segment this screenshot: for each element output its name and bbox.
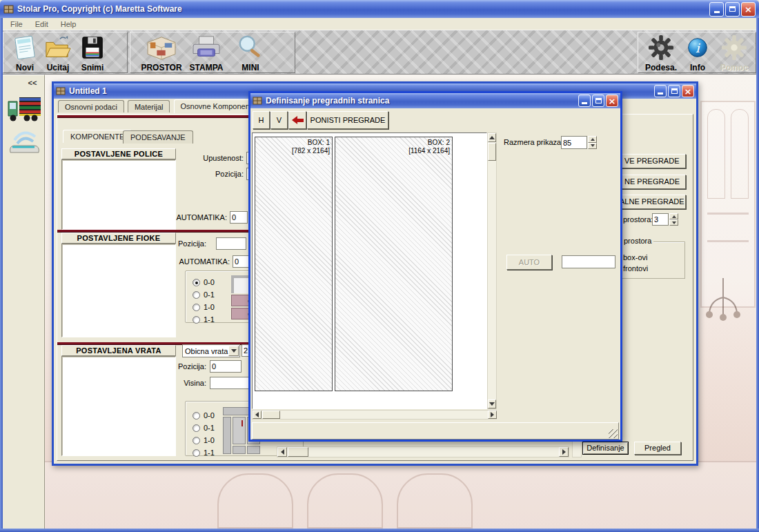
auto-button[interactable]: AUTO <box>506 255 552 270</box>
scroll-left-button[interactable] <box>253 411 262 419</box>
tab-materijal[interactable]: Materijal <box>128 100 170 112</box>
prostora-spinner[interactable] <box>669 213 678 226</box>
truck-icon[interactable] <box>6 92 42 125</box>
partition-canvas[interactable]: BOX: 1[782 x 2164] BOX: 2[1164 x 2164] <box>252 132 487 409</box>
kitchen-decor-door-1 <box>217 473 293 529</box>
box-1[interactable]: BOX: 1[782 x 2164] <box>255 137 333 391</box>
horizontal-split-button[interactable]: H <box>253 111 270 129</box>
ponisti-pregrade-button[interactable]: PONISTI PREGRADE <box>307 111 388 129</box>
pregled-button[interactable]: Pregled <box>634 442 681 455</box>
razmera-field[interactable] <box>561 136 587 149</box>
vrata-radio-0-0[interactable]: 0-0 <box>193 411 215 420</box>
stampa-button[interactable]: STAMPA <box>186 35 227 72</box>
window-border-left <box>0 18 3 532</box>
info-button[interactable]: i Info <box>682 35 713 72</box>
scanner-icon[interactable] <box>6 126 42 159</box>
panel-horizontal-scrollbar[interactable] <box>277 446 569 457</box>
canvas-vertical-scrollbar[interactable] <box>487 132 497 409</box>
vrata-pozicija-label: Pozicija: <box>124 362 206 371</box>
ucitaj-button[interactable]: Ucitaj <box>42 35 74 72</box>
kitchen-decor-chandelier <box>699 278 747 340</box>
scroll-down-button[interactable] <box>488 400 496 408</box>
scroll-thumb[interactable] <box>288 447 308 457</box>
app-icon <box>3 4 14 14</box>
tab-osnovni-podaci[interactable]: Osnovni podaci <box>58 100 124 112</box>
razmera-label: Razmera prikaza: <box>504 138 563 146</box>
red-left-arrow-icon <box>292 117 304 124</box>
definisanje-button[interactable]: Definisanje <box>582 442 629 455</box>
vrata-pozicija-field[interactable] <box>210 360 241 373</box>
scroll-thumb[interactable] <box>262 411 280 419</box>
prostora-field[interactable] <box>652 213 669 226</box>
info-icon: i <box>682 35 713 62</box>
fioke-radio-1-0[interactable]: 1-0 <box>193 303 215 311</box>
box-2-label: BOX: 2 <box>408 139 450 147</box>
police-header: POSTAVLJENE POLICE <box>61 148 176 159</box>
left-sidebar: << <box>3 75 45 529</box>
gear-icon <box>642 35 680 62</box>
scroll-thumb[interactable] <box>488 143 496 161</box>
police-automatika-label: AUTOMATIKA: <box>144 213 227 221</box>
doc-minimize-button[interactable] <box>654 85 667 97</box>
maximize-button[interactable] <box>725 2 740 17</box>
scroll-right-button[interactable] <box>488 411 497 419</box>
menubar: File Edit Help <box>0 18 759 30</box>
razmera-spinner[interactable] <box>588 136 597 149</box>
fioke-radio-0-0[interactable]: 0-0 <box>193 278 215 286</box>
box-2[interactable]: BOX: 2[1164 x 2164] <box>335 137 453 391</box>
vrata-radio-1-1[interactable]: 1-1 <box>193 449 215 457</box>
toolbar-group-file: Novi Ucitaj Snimi <box>3 32 128 73</box>
dialog-minimize-button[interactable] <box>578 95 591 107</box>
dialog-close-button[interactable]: × <box>606 95 618 107</box>
fioke-radio-0-1[interactable]: 0-1 <box>193 290 215 299</box>
tab-komponente[interactable]: KOMPONENTE <box>63 130 132 143</box>
menu-help[interactable]: Help <box>55 19 83 29</box>
close-button[interactable]: × <box>741 2 756 17</box>
tab-podesavanje[interactable]: PODESAVANJE <box>123 130 193 144</box>
vrata-radio-1-0[interactable]: 1-0 <box>193 436 215 444</box>
scroll-left-button[interactable] <box>277 447 287 457</box>
visina-field[interactable] <box>210 377 253 389</box>
dialog-titlebar[interactable]: Definisanje pregradnih stranica × <box>250 93 620 108</box>
vertical-split-button[interactable]: V <box>270 111 288 129</box>
vrata-radio-0-1[interactable]: 0-1 <box>193 424 215 432</box>
magnifier-icon <box>233 35 268 62</box>
vrata-type-dropdown[interactable]: Obicna vrata <box>182 344 240 357</box>
vrata-header: POSTAVLJENA VRATA <box>61 345 176 356</box>
novi-button[interactable]: Novi <box>9 35 41 72</box>
pomoc-button[interactable]: Pomoc <box>716 35 753 72</box>
police-automatika-field[interactable] <box>230 211 248 224</box>
chevron-down-icon[interactable] <box>228 346 239 356</box>
kitchen-decor-cabinet <box>700 101 756 308</box>
fioke-pozicija-field[interactable] <box>216 237 246 250</box>
prostor-button[interactable]: PROSTOR <box>140 35 183 72</box>
auto-value-field[interactable] <box>562 255 615 268</box>
doc-maximize-button[interactable] <box>668 85 680 97</box>
fioke-radio-1-1[interactable]: 1-1 <box>193 315 215 324</box>
box-ovi-label: box-ovi <box>623 253 647 262</box>
visina-label: Visina: <box>124 379 206 387</box>
dialog-maximize-button[interactable] <box>592 95 604 107</box>
room-icon <box>140 35 183 62</box>
document-icon <box>56 86 66 96</box>
toolbar-group-settings: Podesa. i Info Pomoc <box>638 32 756 73</box>
fioke-automatika-label: AUTOMATIKA: <box>147 257 230 266</box>
mini-button[interactable]: MINI <box>233 35 268 72</box>
resize-grip[interactable] <box>609 429 618 438</box>
prostora-group-title: prostora <box>622 237 653 245</box>
canvas-horizontal-scrollbar[interactable] <box>252 410 497 420</box>
undo-arrow-button[interactable] <box>288 111 306 129</box>
doc-close-button[interactable]: × <box>682 85 694 97</box>
menu-edit[interactable]: Edit <box>29 19 55 29</box>
minimize-button[interactable] <box>709 2 724 17</box>
vrata-listbox[interactable] <box>61 356 176 456</box>
snimi-button[interactable]: Snimi <box>75 35 110 72</box>
sidebar-collapse-button[interactable]: << <box>24 79 41 89</box>
scroll-right-button[interactable] <box>559 447 569 457</box>
fioke-pozicija-label: Pozicija: <box>124 239 206 248</box>
menu-file[interactable]: File <box>4 19 29 29</box>
app-titlebar[interactable]: Stolar Pro, Copyright (c) Maretta Softwa… <box>0 0 759 18</box>
floppy-disk-icon <box>75 35 110 62</box>
scroll-up-button[interactable] <box>488 133 496 142</box>
podesa-button[interactable]: Podesa. <box>642 35 680 72</box>
